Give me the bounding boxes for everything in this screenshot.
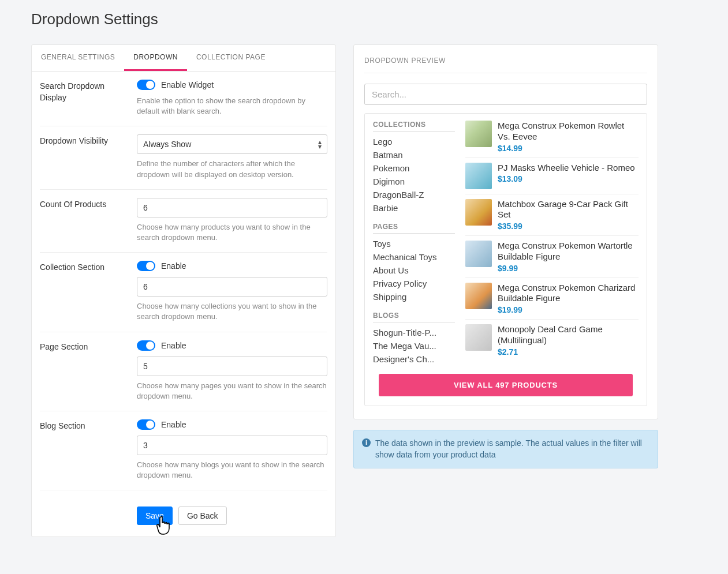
collections-header: COLLECTIONS xyxy=(373,121,455,132)
product-thumb xyxy=(465,121,492,147)
preview-card: DROPDOWN PREVIEW COLLECTIONS Lego Batman… xyxy=(353,44,658,419)
label-search-dropdown-display: Search Dropdown Display xyxy=(40,80,130,117)
toggle-page-enable[interactable] xyxy=(137,340,155,351)
product-price: $35.99 xyxy=(498,222,639,231)
list-item[interactable]: Digimon xyxy=(373,175,455,188)
info-icon: i xyxy=(362,438,371,447)
product-price: $14.99 xyxy=(498,144,639,153)
product-name: Matchbox Garage 9-Car Pack Gift Set xyxy=(498,199,639,221)
list-item[interactable]: Privacy Policy xyxy=(373,277,455,290)
input-blog-count[interactable] xyxy=(137,436,327,455)
blogs-list: Shogun-Title-P... The Mega Vau... Design… xyxy=(373,326,455,366)
list-item[interactable]: About Us xyxy=(373,264,455,277)
tab-general-settings[interactable]: GENERAL SETTINGS xyxy=(32,45,124,71)
product-item[interactable]: PJ Masks Wheelie Vehicle - Romeo $13.09 xyxy=(465,158,639,194)
help-collection: Choose how many collections you want to … xyxy=(137,301,327,322)
product-thumb xyxy=(465,241,492,267)
product-name: Mega Construx Pokemon Wartortle Buildabl… xyxy=(498,241,639,262)
product-thumb xyxy=(465,283,492,309)
label-collection-section: Collection Section xyxy=(40,261,130,322)
product-price: $2.71 xyxy=(498,347,639,357)
list-item[interactable]: Toys xyxy=(373,237,455,250)
toggle-label-blog: Enable xyxy=(161,420,186,429)
page-title: Dropdown Settings xyxy=(31,10,697,28)
product-item[interactable]: Matchbox Garage 9-Car Pack Gift Set $35.… xyxy=(465,194,639,237)
toggle-label-enable-widget: Enable Widget xyxy=(161,80,214,89)
help-display: Enable the option to show the search dro… xyxy=(137,96,327,117)
product-thumb xyxy=(465,199,492,226)
products-list: Mega Construx Pokemon Rowlet Vs. Eevee $… xyxy=(465,121,639,366)
help-count: Choose how many products you want to sho… xyxy=(137,222,327,243)
save-button[interactable]: Save xyxy=(137,507,173,525)
tab-collection-page[interactable]: COLLECTION PAGE xyxy=(187,45,275,71)
list-item[interactable]: The Mega Vau... xyxy=(373,339,455,352)
list-item[interactable]: Lego xyxy=(373,135,455,148)
tabs: GENERAL SETTINGS DROPDOWN COLLECTION PAG… xyxy=(32,45,335,72)
toggle-enable-widget[interactable] xyxy=(137,80,155,90)
product-item[interactable]: Mega Construx Pokemon Charizard Buildabl… xyxy=(465,278,639,320)
input-page-count[interactable] xyxy=(137,357,327,376)
toggle-collection-enable[interactable] xyxy=(137,261,155,271)
help-page: Choose how many pages you want to show i… xyxy=(137,381,327,402)
search-input[interactable] xyxy=(364,84,647,105)
divider xyxy=(364,73,647,73)
list-item[interactable]: Pokemon xyxy=(373,162,455,175)
product-name: Monopoly Deal Card Game (Multilingual) xyxy=(498,324,639,346)
preview-title: DROPDOWN PREVIEW xyxy=(364,57,647,65)
product-name: Mega Construx Pokemon Rowlet Vs. Eevee xyxy=(498,121,639,142)
input-count-products[interactable] xyxy=(137,198,327,217)
view-all-button[interactable]: VIEW ALL 497 PRODUCTS xyxy=(379,374,633,396)
toggle-label-collection: Enable xyxy=(161,261,186,271)
collections-list: Lego Batman Pokemon Digimon DragonBall-Z… xyxy=(373,135,455,215)
preview-panel: COLLECTIONS Lego Batman Pokemon Digimon … xyxy=(364,113,647,406)
product-thumb xyxy=(465,163,492,189)
list-item[interactable]: DragonBall-Z xyxy=(373,188,455,201)
help-visibility: Define the number of characters after wh… xyxy=(137,159,327,179)
label-page-section: Page Section xyxy=(40,340,130,402)
info-alert: i The data shown in the preview is sampl… xyxy=(353,430,658,468)
label-dropdown-visibility: Dropdown Visibility xyxy=(40,134,130,179)
product-price: $19.99 xyxy=(498,305,639,314)
product-item[interactable]: Monopoly Deal Card Game (Multilingual) $… xyxy=(465,320,639,361)
list-item[interactable]: Shogun-Title-P... xyxy=(373,326,455,339)
input-collection-count[interactable] xyxy=(137,277,327,297)
list-item[interactable]: Designer's Ch... xyxy=(373,352,455,366)
product-price: $13.09 xyxy=(498,174,639,183)
help-blog: Choose how many blogs you want to show i… xyxy=(137,460,327,481)
list-item[interactable]: Mechanical Toys xyxy=(373,250,455,264)
toggle-blog-enable[interactable] xyxy=(137,419,155,430)
product-name: Mega Construx Pokemon Charizard Buildabl… xyxy=(498,283,639,305)
list-item[interactable]: Shipping xyxy=(373,290,455,303)
product-name: PJ Masks Wheelie Vehicle - Romeo xyxy=(498,163,639,174)
tab-dropdown[interactable]: DROPDOWN xyxy=(124,45,187,71)
blogs-header: BLOGS xyxy=(373,312,455,322)
product-thumb xyxy=(465,324,492,351)
pages-list: Toys Mechanical Toys About Us Privacy Po… xyxy=(373,237,455,303)
label-count-of-products: Count Of Products xyxy=(40,198,130,243)
label-blog-section: Blog Section xyxy=(40,419,130,481)
settings-card: GENERAL SETTINGS DROPDOWN COLLECTION PAG… xyxy=(31,44,336,537)
toggle-label-page: Enable xyxy=(161,341,186,350)
select-dropdown-visibility[interactable]: Always Show xyxy=(137,134,327,154)
product-item[interactable]: Mega Construx Pokemon Wartortle Buildabl… xyxy=(465,236,639,278)
pages-header: PAGES xyxy=(373,223,455,234)
go-back-button[interactable]: Go Back xyxy=(178,507,227,525)
info-alert-text: The data shown in the preview is sample.… xyxy=(375,437,649,461)
list-item[interactable]: Barbie xyxy=(373,201,455,215)
product-item[interactable]: Mega Construx Pokemon Rowlet Vs. Eevee $… xyxy=(465,121,639,158)
list-item[interactable]: Batman xyxy=(373,148,455,162)
product-price: $9.99 xyxy=(498,264,639,273)
